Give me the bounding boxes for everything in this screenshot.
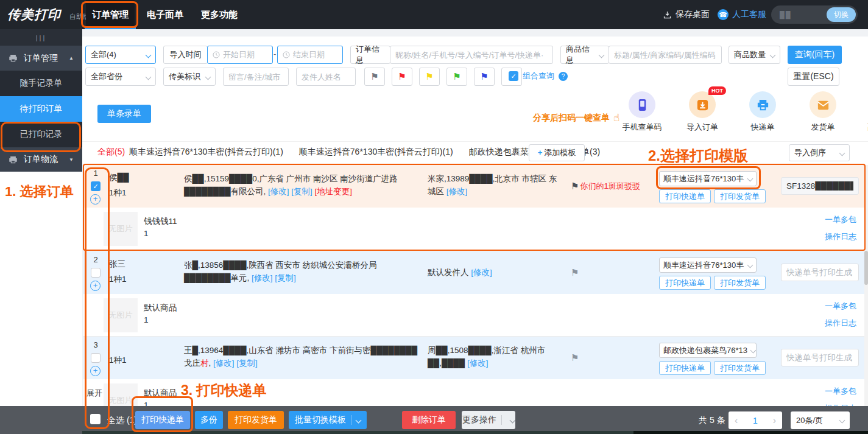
scrollbar-track[interactable] [864, 165, 868, 409]
print-express-row-button[interactable]: 打印快递单 [659, 276, 711, 290]
copy-link[interactable]: [复制] [291, 187, 314, 196]
sidebar-group-order-management[interactable]: 订单管理 ▲ [0, 46, 82, 71]
chevron-down-icon [750, 348, 757, 354]
flag-filter-button-4[interactable]: ⚑ [474, 68, 495, 86]
print-ship-row-button[interactable]: 打印发货单 [714, 361, 766, 375]
brand-mark-select[interactable]: 传美标识 [163, 68, 216, 86]
row-checkbox[interactable] [91, 268, 101, 278]
batch-switch-template-button[interactable]: 批量切换模板 [289, 411, 367, 429]
sidebar-group-order-logistics[interactable]: 订单物流 ▼ [0, 147, 82, 172]
help-icon[interactable]: ? [559, 72, 568, 81]
add-template-button[interactable]: +添加模板 [529, 144, 585, 161]
multi-package-link[interactable]: 一单多包 [825, 214, 856, 225]
quick-action-mail[interactable]: 发货单 [801, 91, 845, 133]
modify-link[interactable]: [修改] [471, 268, 492, 277]
tab-order-management[interactable]: 订单管理 [86, 0, 135, 29]
modify-link[interactable]: [修改] [213, 359, 236, 368]
row-checkbox[interactable] [91, 353, 101, 363]
start-date-input[interactable]: 开始日期 [207, 46, 273, 64]
more-operations-button[interactable]: 更多操作 [462, 411, 515, 429]
template-tab-1[interactable]: 顺丰速运抖音76*130丰密(抖音云打印)(1) [299, 147, 453, 158]
operation-log-link[interactable]: 操作日志 [825, 231, 856, 242]
search-button[interactable]: 查询(回车) [788, 46, 842, 64]
remark-city-input[interactable] [223, 68, 289, 86]
product-qty-select[interactable]: 商品数量 [729, 46, 780, 64]
print-ship-row-button[interactable]: 打印发货单 [714, 189, 766, 203]
next-page-button[interactable]: › [773, 415, 776, 426]
expand-plus-icon[interactable]: + [90, 366, 101, 376]
quick-action-gear[interactable]: 高级设置 [861, 91, 868, 133]
flag-filter-button-2[interactable]: ⚑ [419, 68, 440, 86]
sort-order-select[interactable]: 导入倒序 [789, 144, 850, 161]
flag-icon[interactable]: ⚑ [571, 181, 579, 192]
product-info-input[interactable] [609, 46, 722, 64]
save-desktop-label: 保存桌面 [676, 9, 710, 20]
tracking-number-input[interactable] [781, 177, 859, 195]
tab-electronic-waybill[interactable]: 电子面单 [141, 0, 189, 29]
template-select[interactable]: 顺丰速运抖音76*130丰 [659, 171, 757, 186]
import-time-label: 导入时间 [163, 46, 208, 64]
template-tab-0[interactable]: 顺丰速运抖音76*130丰密(抖音云打印)(1) [129, 147, 283, 158]
single-entry-button[interactable]: 单条录单 [97, 105, 151, 123]
print-express-row-button[interactable]: 打印快递单 [659, 361, 711, 375]
sidebar-collapse-handle[interactable]: ||| [0, 29, 82, 46]
reset-button[interactable]: 重置(ESC) [788, 68, 839, 86]
quick-action-label: 手机查单码 [623, 122, 662, 133]
save-desktop-button[interactable]: 保存桌面 [663, 0, 710, 29]
copy-link[interactable]: [复制] [236, 359, 258, 368]
flag-filter-button-0[interactable]: ⚑ [364, 68, 385, 86]
modify-link[interactable]: [修改] [467, 359, 489, 368]
modify-link[interactable]: [修改] [252, 273, 275, 282]
sidebar-item-quick-record[interactable]: 随手记录单 [0, 71, 82, 96]
copy-link[interactable]: [复制] [275, 273, 296, 282]
operation-log-link[interactable]: 操作日志 [825, 318, 856, 329]
flag-icon[interactable]: ⚑ [571, 352, 579, 363]
tab-more-functions[interactable]: 更多功能 [193, 0, 245, 29]
print-shipping-button[interactable]: 打印发货单 [228, 411, 284, 429]
modify-link[interactable]: [修改] [446, 187, 468, 196]
template-select[interactable]: 顺丰速运抖音76*130丰 [659, 257, 757, 273]
product-info-select[interactable]: 商品信息 [560, 46, 609, 64]
sidebar-item-pending-print[interactable]: 待打印订单 [0, 96, 82, 122]
expand-toggle[interactable]: 展开 [86, 388, 102, 399]
modify-link[interactable]: [修改] [268, 187, 291, 196]
flag-filter-button-3[interactable]: ⚑ [446, 68, 467, 86]
quick-action-printer[interactable]: 快递单 [741, 91, 785, 133]
quick-action-import[interactable]: HOT导入订单 [680, 91, 724, 133]
tracking-number-input[interactable] [781, 349, 859, 366]
account-pill[interactable]: ██ 切换 [771, 5, 858, 24]
quick-action-phone[interactable]: 手机查单码 [620, 91, 664, 133]
sidebar-item-printed-records[interactable]: 已打印记录 [0, 122, 82, 147]
combo-query-checkbox[interactable]: ✓ [509, 71, 518, 81]
scrollbar-thumb[interactable] [864, 251, 868, 285]
tracking-number-input[interactable] [781, 264, 859, 281]
end-date-input[interactable]: 结束日期 [277, 46, 343, 64]
print-express-row-button[interactable]: 打印快递单 [659, 189, 711, 203]
template-select[interactable]: 邮政快递包裹菜鸟76*13 [659, 343, 757, 358]
select-all-checkbox[interactable] [90, 414, 101, 424]
template-cell: 顺丰速运抖音76*130丰打印快递单打印发货单 [652, 165, 774, 208]
expand-plus-icon[interactable]: + [90, 281, 101, 291]
status-filter-select[interactable]: 全部(4) [85, 46, 156, 64]
switch-account-button[interactable]: 切换 [827, 7, 856, 22]
row-checkbox[interactable]: ✓ [91, 181, 101, 191]
province-filter-select[interactable]: 全部省份 [85, 68, 156, 86]
flag-icon[interactable]: ⚑ [571, 267, 579, 278]
printer-icon [9, 156, 18, 164]
print-ship-row-button[interactable]: 打印发货单 [714, 276, 766, 290]
print-express-button[interactable]: 打印快递单 [135, 411, 190, 429]
prev-page-button[interactable]: ‹ [735, 415, 738, 426]
flag-filter-button-1[interactable]: ⚑ [392, 68, 412, 86]
receiver-info: 默认发件人 [修改] [428, 266, 563, 279]
customer-service-button[interactable]: ☎ 人工客服 [718, 0, 766, 29]
address-change-link[interactable]: [地址变更] [315, 187, 353, 196]
page-size-select[interactable]: 20条/页 [791, 411, 850, 429]
multi-package-link[interactable]: 一单多包 [825, 386, 856, 397]
multi-copy-button[interactable]: 多份 [195, 411, 223, 429]
sender-name-input[interactable] [296, 68, 356, 86]
template-tab-all[interactable]: 全部(5) [97, 147, 125, 158]
multi-package-link[interactable]: 一单多包 [825, 301, 856, 312]
expand-plus-icon[interactable]: + [90, 194, 101, 205]
delete-order-button[interactable]: 删除订单 [402, 411, 456, 429]
order-info-input[interactable] [390, 46, 553, 64]
